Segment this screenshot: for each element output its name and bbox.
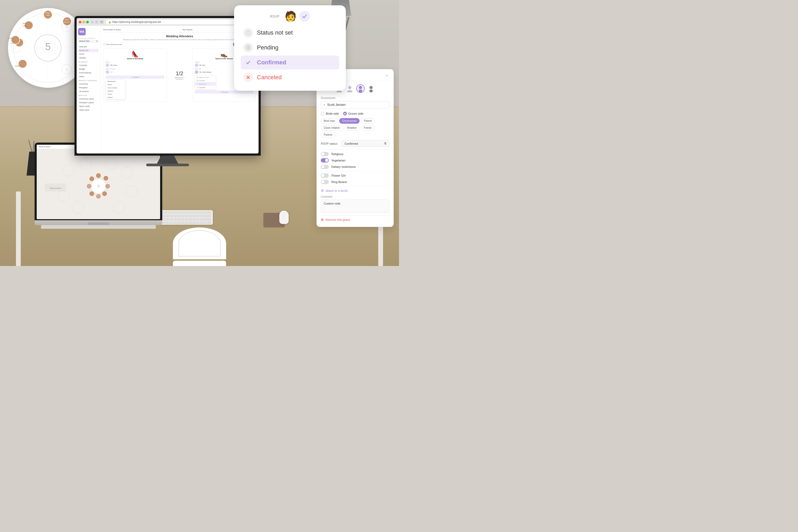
tag-partner[interactable]: Partner xyxy=(321,132,336,137)
best-man-avatar: ♂ xyxy=(195,70,198,74)
tag-parent[interactable]: Parent xyxy=(361,118,375,124)
nav-link-projects[interactable]: My Projects xyxy=(183,29,193,31)
sidebar-item-reception[interactable]: Reception xyxy=(78,86,99,89)
svg-point-45 xyxy=(125,186,137,197)
groom-side-radio[interactable] xyxy=(343,112,347,115)
close-button[interactable] xyxy=(79,21,81,23)
rsvp-option-not-set[interactable]: Status not set xyxy=(241,26,339,40)
rsvp-status-not-set[interactable]: Status not set xyxy=(195,76,216,79)
svg-point-101 xyxy=(348,86,352,89)
bride-row: ♀ Ms. Anna xyxy=(106,63,165,67)
role-partner[interactable]: Partner xyxy=(106,96,125,99)
svg-point-28 xyxy=(18,60,27,68)
maximize-button[interactable] xyxy=(86,21,89,23)
rsvp-option-pending[interactable]: Pending xyxy=(241,41,339,55)
svg-rect-86 xyxy=(178,218,181,221)
ratio-section: 1/2 Wedding party 3 Total guests 1 xyxy=(169,49,190,101)
tag-relative[interactable]: Relative xyxy=(344,125,360,131)
rsvp-option-confirmed[interactable]: Confirmed xyxy=(241,56,339,70)
guest-name-dropdown[interactable]: ▾ Scott Jensen xyxy=(321,101,390,109)
minimize-button[interactable] xyxy=(82,21,85,23)
bride-column: 👠 Guest of the Bride Bride ♀ Ms. Anna Ma… xyxy=(103,49,167,101)
sidebar-item-checklist[interactable]: Checklist xyxy=(78,63,99,67)
sidebar-item-guest-list[interactable]: Guest List xyxy=(78,49,99,52)
svg-point-52 xyxy=(102,191,107,196)
sidebar-item-ceremony-layout[interactable]: Ceremony Layout xyxy=(78,97,99,100)
confirmed-label: Confirmed xyxy=(257,59,286,66)
role-relative[interactable]: Relative xyxy=(106,89,125,93)
sidebar-item-website[interactable]: Website xyxy=(78,56,99,60)
project-select[interactable]: Anna & Tom ▾ xyxy=(78,40,99,43)
show-advanced-checkbox[interactable] xyxy=(103,43,105,45)
address-bar[interactable]: 🔒 https://planning.wedding/project/guest… xyxy=(106,20,256,24)
sidebar-item-name-cards[interactable]: Name Cards xyxy=(78,104,99,108)
monitor: ‹ › ↻ 🔒 https://planning.wedding/project… xyxy=(75,16,261,166)
sidebar-item-rsvp[interactable]: RSVP xyxy=(78,52,99,56)
divider-2 xyxy=(321,171,390,171)
sidebar-item-notes[interactable]: Notes xyxy=(78,75,99,78)
refresh-button[interactable]: ↻ xyxy=(99,20,104,24)
vegetarian-toggle-knob xyxy=(325,159,328,162)
svg-rect-78 xyxy=(192,215,195,217)
keyboard-keys xyxy=(159,210,213,225)
ring-bearer-toggle[interactable] xyxy=(321,180,329,184)
remove-guest-btn[interactable]: 🗑 Remove this guest xyxy=(321,215,390,224)
vegetarian-toggle[interactable] xyxy=(321,158,329,163)
role-friend[interactable]: Friend xyxy=(106,93,125,96)
sidebar-item-all-vendors[interactable]: All Vendors xyxy=(78,90,99,93)
sidebar-item-ceremony[interactable]: Ceremony xyxy=(78,82,99,86)
chair-back xyxy=(173,227,226,259)
tag-groomsmen[interactable]: Groomsmen xyxy=(339,118,360,124)
page-subtitle: Manage your guest lists and RSVPs. Switc… xyxy=(103,39,256,40)
nav-link-vendor[interactable]: Find vendor or venue xyxy=(103,29,121,31)
groom-avatar: ♂ xyxy=(195,63,198,67)
sidebar-item-overview[interactable]: Overview xyxy=(78,45,99,49)
back-button[interactable]: ‹ xyxy=(91,20,94,24)
sidebar-item-event-itinerary[interactable]: Event Itinerary xyxy=(78,71,99,75)
rsvp-status-select[interactable]: Confirmed ⇅ xyxy=(342,140,390,147)
rsvp-option-canceled[interactable]: Canceled xyxy=(241,71,339,84)
traffic-lights xyxy=(79,21,89,23)
tag-friend[interactable]: Friend xyxy=(361,125,374,131)
roles-section: 👠 Guest of the Bride Bride ♀ Ms. Anna Ma… xyxy=(103,49,256,101)
pending-label: Pending xyxy=(257,44,279,51)
role-parent[interactable]: Parent xyxy=(106,83,125,86)
avatar-male-active xyxy=(356,84,365,93)
browser-chrome: ‹ › ↻ 🔒 https://planning.wedding/project… xyxy=(77,18,259,26)
remove-guest-label: Remove this guest xyxy=(326,218,350,221)
rsvp-canceled[interactable]: ✕Canceled xyxy=(195,86,216,89)
role-close-relative[interactable]: Close relative xyxy=(106,86,125,89)
svg-text:Lane: Lane xyxy=(23,25,26,26)
svg-rect-60 xyxy=(172,211,175,214)
rsvp-confirmed[interactable]: ✓Confirmed xyxy=(195,82,216,86)
add-guest-bride-btn[interactable]: + Add guest xyxy=(106,76,165,79)
religious-toggle[interactable] xyxy=(321,152,329,156)
tag-close-relative[interactable]: Close relative xyxy=(321,125,343,131)
groom-side-option[interactable]: Groom side xyxy=(343,112,363,115)
comment-textarea[interactable]: Custom note. xyxy=(321,200,390,213)
comment-label: Comment xyxy=(321,195,390,198)
bride-side-radio[interactable] xyxy=(321,112,324,115)
svg-rect-67 xyxy=(198,211,201,214)
svg-point-102 xyxy=(359,86,362,89)
sidebar-item-reception-layout[interactable]: Reception Layout xyxy=(78,101,99,104)
bride-side-option[interactable]: Bride side xyxy=(321,112,339,115)
chair-seat xyxy=(173,261,226,266)
rsvp-popup-header: RSVP 🧑 xyxy=(241,11,339,22)
rsvp-pending[interactable]: Pending xyxy=(195,79,216,82)
panel-close-btn[interactable]: × xyxy=(384,73,390,78)
ratio-label2: Total guests 1 xyxy=(175,78,184,80)
forward-button[interactable]: › xyxy=(95,20,98,24)
tag-best-man[interactable]: Best man xyxy=(321,118,338,124)
bride-title: Guest of the Bride xyxy=(127,58,143,60)
sidebar-item-table-cards[interactable]: Table Cards xyxy=(78,108,99,112)
role-dropdown: Bridesmaid Parent Close relative Relativ… xyxy=(106,79,126,99)
role-bridesmaid[interactable]: Bridesmaid xyxy=(106,80,125,83)
flower-girl-toggle[interactable] xyxy=(321,173,329,178)
attach-family-link[interactable]: ⚙ Attach to a family xyxy=(321,189,390,193)
dietary-toggle[interactable] xyxy=(321,165,329,169)
attach-family-label: Attach to a family xyxy=(326,189,348,192)
add-guest-groom-btn[interactable]: + Add guest xyxy=(195,91,253,94)
sidebar-item-budget[interactable]: Budget xyxy=(78,67,99,71)
svg-text:Elijah: Elijah xyxy=(65,19,69,20)
